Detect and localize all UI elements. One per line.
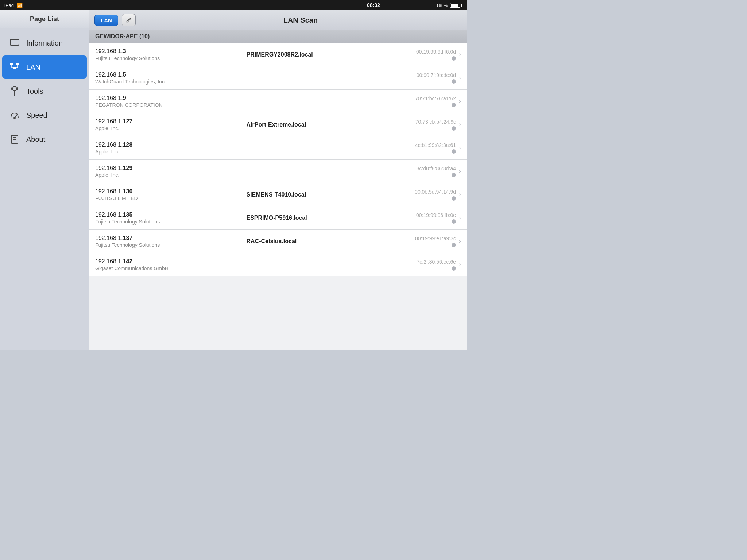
right-panel: LAN LAN Scan GEWIDOR-APE (10) 192.168.1.… xyxy=(89,10,467,350)
device-hostname: SIEMENS-T4010.local xyxy=(239,191,391,198)
table-row[interactable]: 192.168.1.128 Apple, Inc. 4c:b1:99:82:3a… xyxy=(89,136,467,160)
battery-percent: 88 % xyxy=(437,3,448,8)
table-row[interactable]: 192.168.1.9 PEGATRON CORPORATION 70:71:b… xyxy=(89,90,467,113)
device-vendor: Fujitsu Technology Solutions xyxy=(95,55,239,61)
svg-rect-13 xyxy=(17,88,18,90)
device-vendor: PEGATRON CORPORATION xyxy=(95,102,239,108)
chevron-right-icon: › xyxy=(459,74,461,82)
svg-rect-5 xyxy=(16,63,19,65)
device-info: 192.168.1.128 Apple, Inc. xyxy=(95,141,239,155)
device-ip: 192.168.1.135 xyxy=(95,211,239,218)
status-dot xyxy=(452,126,456,131)
status-bar: iPad 📶 08:32 88 % xyxy=(0,0,467,10)
chevron-right-icon: › xyxy=(459,167,461,175)
status-dot xyxy=(452,196,456,201)
device-hostname: ESPRIMO-P5916.local xyxy=(239,215,391,221)
device-mac: 00:19:99:9d:f6:0d xyxy=(390,49,456,61)
toolbar-title: LAN Scan xyxy=(139,16,462,24)
device-vendor: WatchGuard Technologies, Inc. xyxy=(95,79,239,85)
device-ip: 192.168.1.129 xyxy=(95,165,239,171)
device-mac: 7c:2f:80:56:ec:6e xyxy=(390,259,456,271)
chevron-right-icon: › xyxy=(459,144,461,152)
sidebar-item-speed[interactable]: Speed xyxy=(2,104,87,127)
wifi-icon: 📶 xyxy=(17,3,23,8)
chevron-right-icon: › xyxy=(459,97,461,105)
device-hostname: PRIMERGY2008R2.local xyxy=(239,51,391,58)
table-row[interactable]: 192.168.1.142 Gigaset Communications Gmb… xyxy=(89,253,467,276)
chevron-right-icon: › xyxy=(459,214,461,222)
status-dot xyxy=(452,103,456,107)
tools-icon xyxy=(9,85,20,97)
device-info: 192.168.1.130 FUJITSU LIMITED xyxy=(95,188,239,201)
sidebar-item-lan[interactable]: LAN xyxy=(2,55,87,79)
svg-rect-0 xyxy=(10,39,19,45)
sidebar-item-lan-label: LAN xyxy=(26,63,40,71)
status-dot xyxy=(452,219,456,224)
status-dot xyxy=(452,149,456,154)
sidebar-item-tools-label: Tools xyxy=(26,87,43,96)
section-header: GEWIDOR-APE (10) xyxy=(89,30,467,43)
device-label: iPad xyxy=(4,3,14,8)
lan-button[interactable]: LAN xyxy=(94,15,118,26)
sidebar-item-information[interactable]: Information xyxy=(2,31,87,55)
device-info: 192.168.1.142 Gigaset Communications Gmb… xyxy=(95,258,239,271)
device-vendor: Fujitsu Technology Solutions xyxy=(95,242,239,248)
table-row[interactable]: 192.168.1.135 Fujitsu Technology Solutio… xyxy=(89,206,467,230)
chevron-right-icon: › xyxy=(459,121,461,128)
status-dot xyxy=(452,173,456,177)
device-ip: 192.168.1.5 xyxy=(95,71,239,78)
status-right: 88 % xyxy=(437,3,462,8)
device-ip: 192.168.1.137 xyxy=(95,235,239,241)
device-mac: 70:71:bc:76:a1:62 xyxy=(390,96,456,107)
svg-rect-10 xyxy=(13,87,16,90)
device-list: 192.168.1.3 Fujitsu Technology Solutions… xyxy=(89,43,467,276)
sidebar-item-information-label: Information xyxy=(26,39,63,47)
status-dot xyxy=(452,243,456,247)
device-mac: 00:90:7f:9b:dc:0d xyxy=(390,72,456,84)
chevron-right-icon: › xyxy=(459,237,461,245)
table-row[interactable]: 192.168.1.137 Fujitsu Technology Solutio… xyxy=(89,230,467,253)
chevron-right-icon: › xyxy=(459,261,461,268)
device-vendor: Fujitsu Technology Solutions xyxy=(95,219,239,225)
device-info: 192.168.1.135 Fujitsu Technology Solutio… xyxy=(95,211,239,225)
table-row[interactable]: 192.168.1.5 WatchGuard Technologies, Inc… xyxy=(89,66,467,90)
device-vendor: Apple, Inc. xyxy=(95,125,239,131)
device-vendor: Apple, Inc. xyxy=(95,172,239,178)
device-info: 192.168.1.127 Apple, Inc. xyxy=(95,118,239,131)
table-row[interactable]: 192.168.1.3 Fujitsu Technology Solutions… xyxy=(89,43,467,66)
table-row[interactable]: 192.168.1.127 Apple, Inc. AirPort-Extrem… xyxy=(89,113,467,136)
device-ip: 192.168.1.9 xyxy=(95,95,239,101)
sidebar: Page List Information xyxy=(0,10,89,350)
device-ip: 192.168.1.3 xyxy=(95,48,239,55)
device-hostname: RAC-Celsius.local xyxy=(239,238,391,245)
sidebar-item-tools[interactable]: Tools xyxy=(2,79,87,103)
sidebar-title: Page List xyxy=(0,10,89,28)
device-mac: 70:73:cb:b4:24:9c xyxy=(390,119,456,131)
status-dot xyxy=(452,266,456,271)
device-mac: 00:19:99:e1:a9:3c xyxy=(390,236,456,247)
status-dot xyxy=(452,56,456,61)
edit-button[interactable] xyxy=(122,14,136,26)
sidebar-item-about[interactable]: About xyxy=(2,128,87,151)
table-row[interactable]: 192.168.1.130 FUJITSU LIMITED SIEMENS-T4… xyxy=(89,183,467,206)
device-mac: 3c:d0:f8:86:8d:a4 xyxy=(390,166,456,177)
device-mac: 4c:b1:99:82:3a:61 xyxy=(390,142,456,154)
device-info: 192.168.1.137 Fujitsu Technology Solutio… xyxy=(95,235,239,248)
content-area[interactable]: GEWIDOR-APE (10) 192.168.1.3 Fujitsu Tec… xyxy=(89,30,467,350)
battery-icon xyxy=(450,3,462,8)
table-row[interactable]: 192.168.1.129 Apple, Inc. 3c:d0:f8:86:8d… xyxy=(89,160,467,183)
lan-icon xyxy=(9,61,20,73)
chevron-right-icon: › xyxy=(459,191,461,198)
toolbar: LAN LAN Scan xyxy=(89,10,467,30)
device-ip: 192.168.1.128 xyxy=(95,141,239,148)
svg-point-15 xyxy=(14,117,15,119)
monitor-icon xyxy=(9,37,20,49)
device-mac: 00:19:99:06:fb:0e xyxy=(390,212,456,224)
device-ip: 192.168.1.130 xyxy=(95,188,239,195)
device-ip: 192.168.1.127 xyxy=(95,118,239,125)
about-icon xyxy=(9,133,20,145)
device-vendor: FUJITSU LIMITED xyxy=(95,195,239,201)
device-ip: 192.168.1.142 xyxy=(95,258,239,265)
device-vendor: Gigaset Communications GmbH xyxy=(95,265,239,271)
status-time: 08:32 xyxy=(367,2,380,8)
